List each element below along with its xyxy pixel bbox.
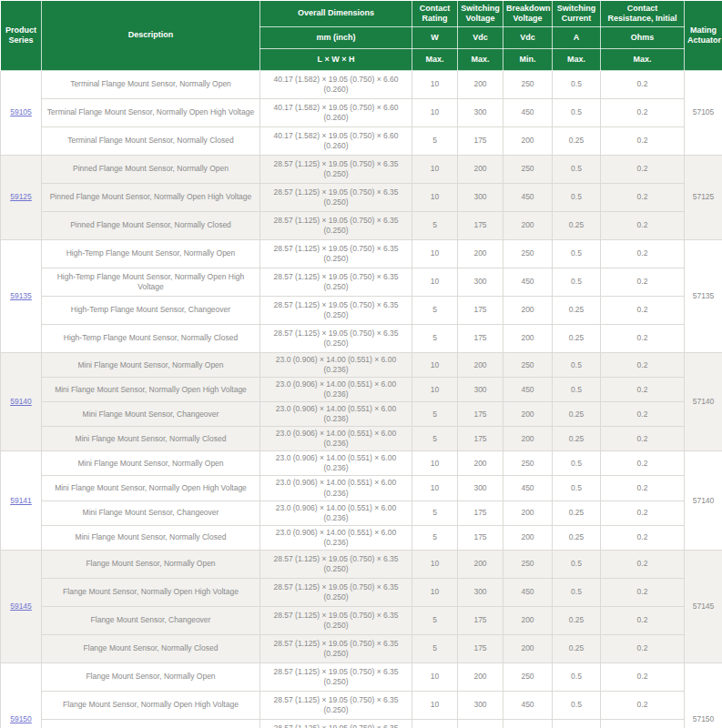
contact-resistance-cell: 0.2: [601, 550, 685, 578]
product-series-cell: 59150: [1, 662, 42, 728]
description-cell: Mini Flange Mount Sensor, Changeover: [42, 402, 260, 427]
switching-current-cell: 0.5: [553, 71, 601, 99]
description-cell: Pinned Flange Mount Sensor, Normally Clo…: [42, 212, 260, 240]
switching-voltage-cell: 175: [458, 325, 503, 353]
switching-current-cell: 0.5: [553, 378, 601, 402]
product-spec-table-wrap: Product Series Description Overall Dimen…: [0, 0, 722, 728]
description-cell: High-Temp Flange Mount Sensor, Changeove…: [42, 297, 260, 325]
table-row: High-Temp Flange Mount Sensor, Normally …: [1, 268, 722, 297]
switching-voltage-cell: 200: [458, 240, 503, 268]
contact-resistance-cell: 0.2: [601, 297, 685, 325]
description-cell: Terminal Flange Mount Sensor, Normally C…: [42, 127, 260, 156]
header-switching-current-unit: A: [553, 27, 601, 49]
product-series-link[interactable]: 59135: [10, 291, 32, 300]
breakdown-voltage-cell: 200: [503, 634, 553, 662]
table-body: 59105Terminal Flange Mount Sensor, Norma…: [1, 71, 722, 728]
description-cell: Mini Flange Mount Sensor, Normally Close…: [42, 525, 260, 550]
dimensions-cell: 28.57 (1.125) × 19.05 (0.750) × 6.35 (0.…: [260, 578, 412, 606]
table-row: Terminal Flange Mount Sensor, Normally C…: [1, 127, 722, 156]
mating-actuator-cell: 57150: [685, 662, 722, 728]
contact-resistance-cell: 0.2: [601, 127, 685, 156]
product-series-link[interactable]: 59150: [10, 714, 32, 723]
product-series-cell: 59125: [1, 156, 42, 240]
description-cell: Flange Mount Sensor, Normally Open High …: [42, 691, 260, 719]
switching-voltage-cell: 175: [458, 719, 503, 728]
dimensions-cell: 40.17 (1.582) × 19.05 (0.750) × 6.60 (0.…: [260, 127, 412, 156]
header-contact-rating: Contact Rating: [412, 1, 458, 27]
dimensions-cell: 23.0 (0.906) × 14.00 (0.551) × 6.00 (0.2…: [260, 378, 412, 402]
contact-rating-cell: 5: [412, 606, 458, 634]
switching-voltage-cell: 175: [458, 297, 503, 325]
mating-actuator-cell: 57135: [685, 240, 722, 353]
mating-actuator-cell: 57105: [685, 71, 722, 156]
table-row: Terminal Flange Mount Sensor, Normally O…: [1, 99, 722, 127]
contact-resistance-cell: 0.2: [601, 325, 685, 353]
description-cell: Flange Mount Sensor, Changeover: [42, 606, 260, 634]
switching-current-cell: 0.5: [553, 662, 601, 691]
table-row: 59125Pinned Flange Mount Sensor, Normall…: [1, 156, 722, 184]
switching-voltage-cell: 175: [458, 634, 503, 662]
breakdown-voltage-cell: 200: [503, 297, 553, 325]
header-overall-dimensions: Overall Dimensions: [260, 1, 412, 27]
dimensions-cell: 40.17 (1.582) × 19.05 (0.750) × 6.60 (0.…: [260, 99, 412, 127]
switching-current-cell: 0.25: [553, 427, 601, 451]
switching-voltage-cell: 300: [458, 184, 503, 212]
description-cell: Mini Flange Mount Sensor, Normally Open: [42, 353, 260, 378]
contact-resistance-cell: 0.2: [601, 156, 685, 184]
header-switching-voltage-unit: Vdc: [458, 27, 503, 49]
switching-current-cell: 0.25: [553, 402, 601, 427]
contact-rating-cell: 10: [412, 268, 458, 297]
product-spec-table: Product Series Description Overall Dimen…: [0, 0, 722, 728]
contact-resistance-cell: 0.2: [601, 402, 685, 427]
switching-current-cell: 0.5: [553, 184, 601, 212]
description-cell: Terminal Flange Mount Sensor, Normally O…: [42, 99, 260, 127]
contact-resistance-cell: 0.2: [601, 578, 685, 606]
table-row: 59141Mini Flange Mount Sensor, Normally …: [1, 451, 722, 476]
description-cell: Pinned Flange Mount Sensor, Normally Ope…: [42, 156, 260, 184]
contact-resistance-cell: 0.2: [601, 476, 685, 500]
contact-resistance-cell: 0.2: [601, 212, 685, 240]
switching-voltage-cell: 200: [458, 353, 503, 378]
contact-rating-cell: 10: [412, 99, 458, 127]
breakdown-voltage-cell: 200: [503, 525, 553, 550]
contact-rating-cell: 5: [412, 427, 458, 451]
switching-voltage-cell: 175: [458, 402, 503, 427]
header-contact-resistance-limit: Max.: [601, 49, 685, 71]
header-contact-rating-limit: Max.: [412, 49, 458, 71]
description-cell: Mini Flange Mount Sensor, Normally Open: [42, 451, 260, 476]
switching-voltage-cell: 175: [458, 606, 503, 634]
contact-rating-cell: 5: [412, 402, 458, 427]
contact-resistance-cell: 0.2: [601, 268, 685, 297]
contact-resistance-cell: 0.2: [601, 71, 685, 99]
product-series-link[interactable]: 59105: [10, 107, 32, 116]
contact-resistance-cell: 0.2: [601, 606, 685, 634]
switching-current-cell: 0.5: [553, 99, 601, 127]
table-row: Flange Mount Sensor, Changeover28.57 (1.…: [1, 606, 722, 634]
table-row: 59135High-Temp Flange Mount Sensor, Norm…: [1, 240, 722, 268]
product-series-link[interactable]: 59125: [10, 192, 32, 201]
table-row: High-Temp Flange Mount Sensor, Changeove…: [1, 297, 722, 325]
switching-voltage-cell: 300: [458, 476, 503, 500]
dimensions-cell: 28.57 (1.125) × 19.05 (0.750) × 6.35 (0.…: [260, 719, 412, 728]
breakdown-voltage-cell: 250: [503, 156, 553, 184]
header-description: Description: [42, 1, 260, 71]
dimensions-cell: 28.57 (1.125) × 19.05 (0.750) × 6.35 (0.…: [260, 325, 412, 353]
contact-resistance-cell: 0.2: [601, 525, 685, 550]
header-breakdown-voltage-unit: Vdc: [503, 27, 553, 49]
dimensions-cell: 28.57 (1.125) × 19.05 (0.750) × 6.35 (0.…: [260, 691, 412, 719]
product-series-link[interactable]: 59140: [10, 397, 32, 406]
switching-voltage-cell: 200: [458, 662, 503, 691]
description-cell: High-Temp Flange Mount Sensor, Normally …: [42, 240, 260, 268]
breakdown-voltage-cell: 200: [503, 606, 553, 634]
product-series-link[interactable]: 59145: [10, 602, 32, 611]
contact-rating-cell: 10: [412, 71, 458, 99]
dimensions-cell: 23.0 (0.906) × 14.00 (0.551) × 6.00 (0.2…: [260, 476, 412, 500]
breakdown-voltage-cell: 200: [503, 719, 553, 728]
switching-current-cell: 0.25: [553, 325, 601, 353]
product-series-link[interactable]: 59141: [10, 496, 32, 505]
dimensions-cell: 28.57 (1.125) × 19.05 (0.750) × 6.35 (0.…: [260, 184, 412, 212]
breakdown-voltage-cell: 450: [503, 476, 553, 500]
contact-rating-cell: 5: [412, 525, 458, 550]
contact-resistance-cell: 0.2: [601, 500, 685, 525]
breakdown-voltage-cell: 450: [503, 184, 553, 212]
